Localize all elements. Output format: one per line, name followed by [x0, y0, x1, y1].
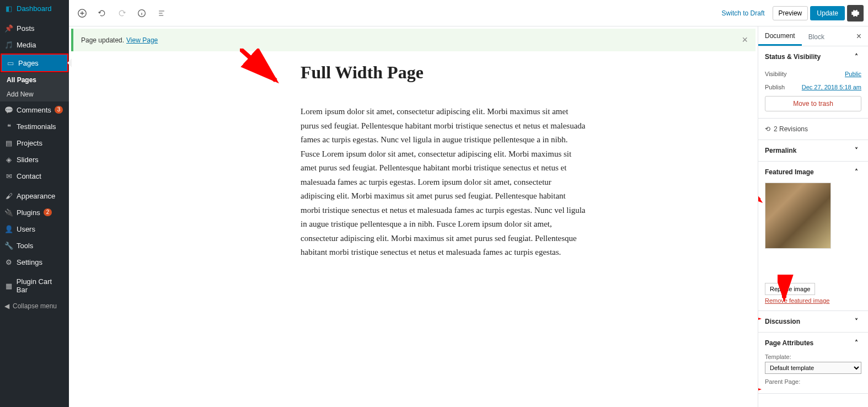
- sidebar-item-pages[interactable]: ▭Pages: [1, 53, 68, 72]
- settings-icon: ⚙: [4, 258, 13, 266]
- sidebar-item-media[interactable]: 🎵Media: [0, 36, 69, 53]
- remove-featured-image-link[interactable]: Remove featured image: [765, 297, 861, 304]
- sidebar-item-users[interactable]: 👤Users: [0, 221, 69, 237]
- sidebar-item-label: Tools: [17, 242, 33, 250]
- publish-date-link[interactable]: Dec 27, 2018 5:18 am: [802, 84, 861, 90]
- panel-title: Featured Image: [765, 168, 814, 176]
- visibility-label: Visibility: [765, 71, 787, 77]
- collapse-menu[interactable]: ◀Collapse menu: [0, 298, 69, 314]
- outline-button[interactable]: [153, 4, 170, 22]
- pin-icon: 📌: [4, 24, 13, 33]
- template-select[interactable]: Default template: [765, 362, 861, 374]
- editor-main: Switch to Draft Preview Update Page upda…: [69, 0, 868, 407]
- panel-tabs: Document Block ×: [758, 26, 868, 46]
- settings-panel: Document Block × Status & Visibility˄ Vi…: [758, 26, 868, 407]
- tab-block[interactable]: Block: [802, 28, 831, 45]
- editor-canvas[interactable]: Page updated. View Page × Full Width Pag…: [69, 26, 758, 407]
- sidebar-item-testimonials[interactable]: ❝Testimonials: [0, 118, 69, 135]
- chevron-up-icon: ˄: [855, 339, 861, 347]
- sidebar-item-label: Dashboard: [17, 4, 52, 13]
- update-notice: Page updated. View Page ×: [71, 29, 756, 51]
- sidebar-item-plugins[interactable]: 🔌Plugins 2: [0, 204, 69, 221]
- sidebar-item-dashboard[interactable]: ◧Dashboard: [0, 0, 69, 17]
- sidebar-subitem-all-pages[interactable]: All Pages: [0, 73, 69, 87]
- history-icon: ⟲: [765, 125, 770, 133]
- svg-line-2: [240, 49, 276, 81]
- sidebar-item-label: Comments: [17, 106, 51, 114]
- chevron-up-icon: ˄: [855, 53, 861, 61]
- settings-gear-button[interactable]: [847, 5, 864, 22]
- comment-icon: 💬: [4, 105, 13, 114]
- sidebar-item-label: Appearance: [17, 192, 55, 200]
- add-block-button[interactable]: [73, 4, 91, 22]
- post-title[interactable]: Full Width Page: [301, 62, 637, 83]
- top-toolbar: Switch to Draft Preview Update: [69, 0, 868, 26]
- sidebar-item-label: Posts: [17, 24, 35, 33]
- update-button[interactable]: Update: [810, 6, 845, 20]
- panel-header-page-attrs[interactable]: Page Attributes˄: [758, 333, 868, 354]
- revisions-link[interactable]: ⟲ 2 Revisions: [758, 119, 868, 140]
- sidebar-item-tools[interactable]: 🔧Tools: [0, 237, 69, 254]
- sidebar-item-contact[interactable]: ✉Contact: [0, 168, 69, 184]
- sidebar-item-label: Plugin Cart Bar: [17, 277, 65, 294]
- panel-header-discussion[interactable]: Discussion˅: [758, 311, 868, 332]
- sidebar-subitem-add-new[interactable]: Add New: [0, 87, 69, 101]
- panel-featured-image: Featured Image˄ Replace image Remove fea…: [758, 162, 868, 311]
- tab-document[interactable]: Document: [758, 26, 802, 46]
- panel-header-permalink[interactable]: Permalink˅: [758, 140, 868, 161]
- chevron-down-icon: ˅: [855, 318, 861, 325]
- sidebar-item-label: Settings: [17, 258, 42, 266]
- sidebar-item-comments[interactable]: 💬Comments 3: [0, 101, 69, 118]
- visibility-value-link[interactable]: Public: [845, 71, 861, 77]
- switch-to-draft-link[interactable]: Switch to Draft: [716, 6, 770, 20]
- parent-page-label: Parent Page:: [765, 378, 861, 385]
- close-panel-button[interactable]: ×: [853, 29, 865, 44]
- sidebar-item-label: Media: [17, 41, 36, 49]
- brush-icon: 🖌: [4, 191, 13, 200]
- chevron-down-icon: ˅: [855, 147, 861, 154]
- preview-button[interactable]: Preview: [773, 6, 808, 20]
- sidebar-item-projects[interactable]: ▤Projects: [0, 135, 69, 151]
- revisions-label: 2 Revisions: [774, 125, 808, 133]
- redo-button[interactable]: [113, 4, 131, 22]
- sidebar-item-label: Users: [17, 225, 35, 233]
- plugins-badge: 2: [44, 208, 52, 216]
- sidebar-item-label: Sliders: [17, 156, 39, 164]
- publish-label: Publish: [765, 84, 785, 90]
- undo-button[interactable]: [93, 4, 111, 22]
- notice-text: Page updated.: [81, 36, 124, 44]
- template-label: Template:: [765, 354, 861, 360]
- plugin-icon: 🔌: [4, 208, 13, 217]
- dashboard-icon: ◧: [4, 4, 13, 13]
- admin-sidebar: ◧Dashboard 📌Posts 🎵Media ▭Pages All Page…: [0, 0, 69, 407]
- users-icon: 👤: [4, 224, 13, 233]
- page-icon: ▭: [6, 58, 15, 67]
- sidebar-item-sliders[interactable]: ◈Sliders: [0, 151, 69, 168]
- move-to-trash-button[interactable]: Move to trash: [765, 96, 861, 111]
- mail-icon: ✉: [4, 172, 13, 180]
- sidebar-item-label: Pages: [18, 59, 39, 67]
- panel-header-featured[interactable]: Featured Image˄: [758, 162, 868, 183]
- sidebar-item-label: Projects: [17, 139, 42, 147]
- replace-image-button[interactable]: Replace image: [765, 283, 815, 295]
- sidebar-item-appearance[interactable]: 🖌Appearance: [0, 188, 69, 204]
- featured-image-thumbnail[interactable]: [765, 183, 831, 249]
- sliders-icon: ◈: [4, 155, 13, 164]
- quote-icon: ❝: [4, 122, 13, 131]
- post-body[interactable]: Lorem ipsum dolor sit amet, consectetur …: [301, 105, 587, 260]
- collapse-icon: ◀: [4, 302, 9, 310]
- panel-status-visibility: Status & Visibility˄ VisibilityPublic Pu…: [758, 46, 868, 119]
- sidebar-item-settings[interactable]: ⚙Settings: [0, 254, 69, 270]
- view-page-link[interactable]: View Page: [126, 36, 158, 44]
- sidebar-item-posts[interactable]: 📌Posts: [0, 20, 69, 36]
- chevron-up-icon: ˄: [855, 168, 861, 176]
- panel-page-attributes: Page Attributes˄ Template: Default templ…: [758, 333, 868, 394]
- dismiss-notice-button[interactable]: ×: [742, 34, 748, 46]
- collapse-label: Collapse menu: [13, 302, 57, 310]
- panel-header-status[interactable]: Status & Visibility˄: [758, 46, 868, 67]
- panel-title: Permalink: [765, 147, 796, 154]
- sidebar-item-plugin-cart-bar[interactable]: ▦Plugin Cart Bar: [0, 274, 69, 298]
- panel-title: Status & Visibility: [765, 53, 821, 61]
- info-button[interactable]: [133, 4, 151, 22]
- sidebar-item-label: Contact: [17, 172, 41, 180]
